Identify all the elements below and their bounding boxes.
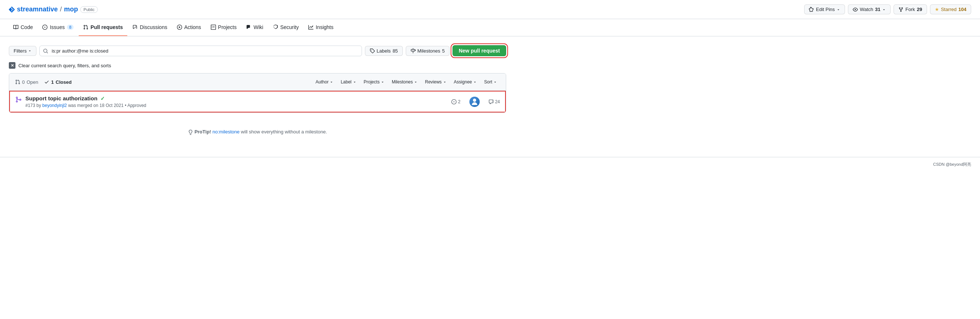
- tab-projects[interactable]: Projects: [206, 19, 241, 36]
- top-header: streamnative / mop Public Edit Pins Watc…: [0, 0, 980, 19]
- merged-pr-icon: [15, 96, 22, 103]
- assignee-chevron-icon: [473, 80, 477, 84]
- tab-insights[interactable]: Insights: [304, 19, 338, 36]
- chevron-down-icon: [837, 8, 840, 11]
- search-input[interactable]: [39, 46, 362, 56]
- search-icon: [43, 48, 48, 54]
- label-filter-label: Label: [340, 79, 351, 84]
- closed-count: 1: [51, 79, 54, 85]
- pr-author[interactable]: beyondyinjl2: [42, 103, 67, 108]
- tab-wiki[interactable]: Wiki: [242, 19, 267, 36]
- assignee-filter-label: Assignee: [454, 79, 472, 84]
- review-count: 2: [458, 99, 461, 105]
- code-icon: [13, 25, 18, 30]
- org-name[interactable]: streamnative: [17, 5, 58, 13]
- milestones-filter-label: Milestones: [392, 79, 413, 84]
- star-icon: ★: [935, 6, 939, 12]
- milestones-chevron-icon: [414, 80, 418, 84]
- filters-button[interactable]: Filters: [9, 46, 37, 56]
- pr-reviews: 2: [451, 99, 461, 105]
- pr-item-left: Support topic authorization ✓ #173 by be…: [15, 95, 447, 108]
- tab-actions-label: Actions: [184, 24, 201, 30]
- milestones-button[interactable]: Milestones 5: [406, 46, 450, 56]
- review-icon: [451, 99, 457, 105]
- slash: /: [60, 5, 62, 13]
- tab-discussions-label: Discussions: [140, 24, 167, 30]
- tab-code-label: Code: [21, 24, 33, 30]
- pr-title[interactable]: Support topic authorization ✓: [25, 95, 146, 102]
- fork-count: 29: [917, 6, 922, 12]
- approved-check-icon: ✓: [100, 95, 105, 102]
- star-button[interactable]: ★ Starred 104: [930, 5, 971, 14]
- pr-info: Support topic authorization ✓ #173 by be…: [25, 95, 146, 108]
- milestones-filter-button[interactable]: Milestones: [389, 78, 420, 86]
- actions-icon: [177, 25, 182, 30]
- comment-count: 24: [495, 99, 500, 105]
- wiki-icon: [246, 25, 251, 30]
- clear-x-icon: ✕: [9, 62, 16, 69]
- clear-search[interactable]: ✕ Clear current search query, filters, a…: [9, 62, 506, 69]
- starred-label: Starred: [941, 6, 957, 12]
- open-count: 0: [22, 79, 25, 85]
- projects-filter-button[interactable]: Projects: [361, 78, 387, 86]
- pr-filters: Author Label Projects Milestones Reviews: [313, 78, 500, 86]
- issue-icon: [42, 25, 48, 30]
- protip-bold: ProTip!: [195, 129, 213, 135]
- new-pr-label: New pull request: [459, 48, 500, 54]
- nav-tabs: Code Issues 8 Pull requests Discussions …: [0, 19, 980, 37]
- tab-issues[interactable]: Issues 8: [38, 19, 78, 36]
- tab-wiki-label: Wiki: [253, 24, 263, 30]
- git-icon: [9, 6, 15, 13]
- tab-security[interactable]: Security: [269, 19, 304, 36]
- tab-pull-requests[interactable]: Pull requests: [79, 19, 127, 36]
- filter-bar: Filters Labels 85 Milestones 5 New pull …: [9, 45, 506, 56]
- pin-icon: [809, 7, 814, 12]
- header-actions: Edit Pins Watch 31 Fork 29 ★ Starred 104: [804, 5, 971, 14]
- edit-pins-button[interactable]: Edit Pins: [804, 5, 845, 14]
- tab-code[interactable]: Code: [9, 19, 37, 36]
- milestones-count: 5: [442, 48, 445, 54]
- protip-text-after: will show everything without a milestone…: [241, 129, 327, 135]
- pr-list-container: 0 Open 1 Closed Author Label: [9, 73, 506, 113]
- labels-count: 85: [393, 48, 398, 54]
- open-label: Open: [27, 79, 38, 85]
- open-pr-icon: [15, 79, 20, 84]
- new-pull-request-button[interactable]: New pull request: [452, 45, 506, 56]
- label-icon: [370, 48, 375, 53]
- pr-status-tabs: 0 Open 1 Closed: [15, 79, 72, 85]
- tab-security-label: Security: [280, 24, 299, 30]
- reviews-filter-label: Reviews: [425, 79, 441, 84]
- tab-discussions[interactable]: Discussions: [128, 19, 172, 36]
- reviews-filter-button[interactable]: Reviews: [422, 78, 449, 86]
- sort-filter-label: Sort: [484, 79, 492, 84]
- pro-tip: ProTip! no:milestone will show everythin…: [9, 122, 506, 142]
- watch-label: Watch: [860, 6, 873, 12]
- watch-count: 31: [875, 6, 880, 12]
- repo-name[interactable]: mop: [64, 5, 78, 13]
- pr-closed-tab[interactable]: 1 Closed: [44, 79, 72, 85]
- author-filter-button[interactable]: Author: [313, 78, 336, 86]
- pr-status: Approved: [127, 103, 146, 108]
- tab-actions[interactable]: Actions: [173, 19, 206, 36]
- sort-filter-button[interactable]: Sort: [481, 78, 500, 86]
- pr-comments: 24: [488, 99, 500, 105]
- table-row: Support topic authorization ✓ #173 by be…: [9, 91, 506, 113]
- assignee-filter-button[interactable]: Assignee: [451, 78, 480, 86]
- fork-icon: [898, 7, 904, 12]
- fork-button[interactable]: Fork 29: [894, 5, 927, 14]
- filters-chevron-icon: [28, 49, 32, 52]
- check-icon: [44, 79, 49, 84]
- author-filter-label: Author: [316, 79, 329, 84]
- labels-button[interactable]: Labels 85: [365, 46, 403, 56]
- page-footer: CSDN @beyond阿亮: [0, 157, 980, 171]
- pr-icon: [83, 25, 88, 30]
- milestones-label: Milestones: [418, 48, 440, 54]
- tab-pull-requests-label: Pull requests: [91, 24, 123, 30]
- filters-label: Filters: [14, 48, 27, 54]
- label-filter-button[interactable]: Label: [338, 78, 359, 86]
- protip-link[interactable]: no:milestone: [213, 129, 240, 135]
- pr-open-tab[interactable]: 0 Open: [15, 79, 38, 85]
- watch-button[interactable]: Watch 31: [848, 5, 891, 14]
- reviews-chevron-icon: [443, 80, 447, 84]
- pr-list-header: 0 Open 1 Closed Author Label: [9, 73, 506, 91]
